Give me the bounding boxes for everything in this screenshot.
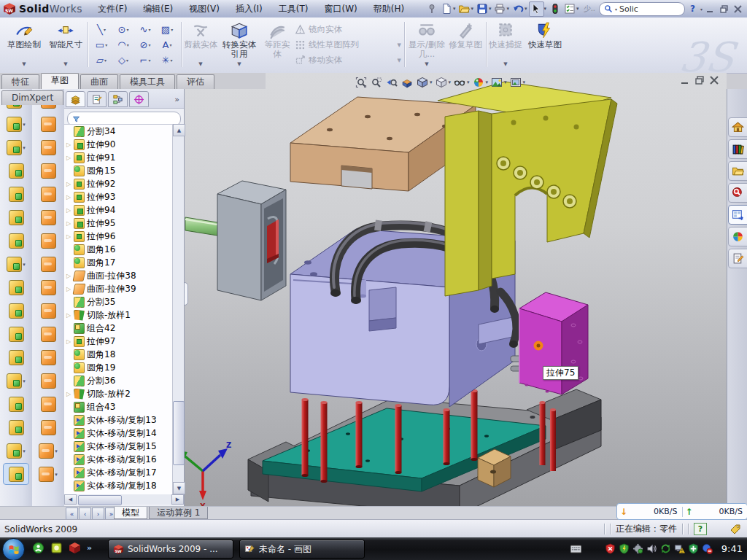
quick-launch-chevron[interactable]: » (87, 543, 92, 553)
help-button[interactable]: ? (686, 3, 699, 15)
revolved-surface-button[interactable] (34, 113, 62, 136)
knit-surface-button[interactable] (34, 253, 62, 276)
undo-dropdown[interactable]: ▾ (525, 6, 527, 12)
graphics-viewport[interactable]: X Y Z ▾▾▾▾▾▾ 拉伸75 ◂◂◂◂ (184, 73, 727, 506)
hide-show-items-icon[interactable] (453, 76, 466, 89)
dropdown-caret[interactable]: ▾ (55, 472, 58, 478)
tree-item[interactable]: 圆角16 (64, 243, 173, 256)
taskbar-clock[interactable]: 9:41 (721, 543, 743, 554)
doc-minimize-button[interactable] (680, 75, 690, 85)
dropdown-caret[interactable]: ▾ (105, 42, 107, 47)
expand-arrow[interactable]: ▷ (66, 312, 74, 319)
tree-item[interactable]: 组合42 (64, 322, 173, 335)
convert-entities-button[interactable]: 转换实体引用 ▼ (219, 20, 260, 69)
smart-dimension-button[interactable]: 智能尺寸 ▼ (47, 20, 85, 69)
planar-surface-button[interactable] (34, 230, 62, 252)
dropdown-caret[interactable]: ▾ (104, 27, 106, 32)
tree-item[interactable]: ▷曲面-拉伸38 (64, 269, 173, 282)
new-file-icon[interactable] (439, 2, 453, 16)
menu-item-5[interactable]: 窗口(W) (316, 2, 365, 15)
view-palette-tab[interactable] (728, 205, 747, 225)
rib-button[interactable] (2, 276, 30, 299)
menu-item-1[interactable]: 编辑(E) (135, 2, 181, 15)
taskbar-window-0[interactable]: SWSolidWorks 2009 - ... (108, 540, 233, 559)
doc-tab-0[interactable]: 模型 (114, 507, 147, 519)
expand-arrow[interactable]: ▷ (66, 155, 74, 161)
fillet-button[interactable]: ▾ (2, 136, 30, 159)
lofted-surface-button[interactable] (34, 160, 62, 182)
offset-surface-button[interactable] (34, 206, 62, 229)
model-canvas[interactable]: X Y Z (184, 73, 727, 506)
sync-center-tray-icon[interactable] (660, 543, 671, 554)
search-input[interactable]: ▾ Solic (599, 2, 685, 16)
dropdown-caret[interactable]: ▾ (23, 448, 26, 454)
hide-show-items-dropdown[interactable]: ▾ (467, 79, 470, 85)
doc-close-button[interactable] (709, 75, 719, 85)
ribbon-tab-0[interactable]: 特征 (1, 74, 39, 89)
tree-item[interactable]: ▷拉伸94 (64, 203, 173, 217)
tree-item[interactable]: 分割34 (64, 125, 173, 138)
dropdown-caret[interactable]: ▾ (170, 58, 172, 63)
spline-button[interactable]: ▾ (2, 440, 30, 462)
close-button[interactable] (732, 3, 744, 15)
search-scope-caret[interactable]: ▾ (615, 7, 617, 12)
first-tab-button[interactable]: « (66, 508, 78, 520)
sketch-dropdown[interactable]: ▼ (22, 60, 26, 69)
appearances-scenes-tab[interactable] (728, 227, 747, 246)
expand-arrow[interactable]: ▷ (66, 181, 74, 187)
extruded-surface-button[interactable] (34, 136, 62, 159)
tree-item[interactable]: ▷切除-放样2 (64, 387, 173, 400)
lofted-boss-button[interactable] (2, 183, 30, 206)
tree-item[interactable]: ▷拉伸97 (64, 335, 173, 348)
panel-overflow-chevron[interactable]: » (174, 95, 182, 104)
boundary-surface-button[interactable] (34, 183, 62, 206)
ribbon-tab-5[interactable]: DimXpert (1, 90, 63, 105)
spline-icon[interactable]: ∿▾ (134, 22, 156, 37)
tree-item[interactable]: 实体-移动/复制16 (64, 453, 173, 466)
restore-button[interactable] (718, 3, 730, 15)
tree-item[interactable]: 实体-移动/复制14 (64, 427, 173, 440)
previous-view-icon[interactable] (385, 76, 398, 89)
scroll-left-button[interactable]: ◀ (64, 494, 77, 505)
save-dropdown[interactable]: ▾ (489, 6, 492, 12)
expand-arrow[interactable]: ▷ (66, 391, 74, 397)
messenger-icon[interactable] (32, 542, 44, 554)
update-manager-tray-icon[interactable] (632, 543, 643, 554)
ellipse-icon[interactable]: ⊘▾ (134, 37, 156, 52)
dropdown-caret[interactable]: ▾ (127, 42, 129, 47)
tree-item[interactable]: 圆角15 (64, 164, 173, 177)
menu-item-0[interactable]: 文件(F) (90, 2, 135, 15)
doc-tab-1[interactable]: 运动算例 1 (149, 507, 208, 519)
view-orientation-icon[interactable] (416, 76, 429, 89)
sketch-fillet-icon[interactable]: ⌐▾ (134, 52, 156, 68)
expand-arrow[interactable]: ▷ (66, 220, 74, 227)
ribbon-tab-1[interactable]: 草图 (41, 73, 79, 89)
tree-item[interactable]: 实体-移动/复制17 (64, 466, 173, 479)
point-icon[interactable]: ✳▾ (156, 52, 178, 68)
replace-face-button[interactable] (34, 346, 62, 369)
volume-tray-icon[interactable] (646, 543, 657, 554)
edit-appearance-icon[interactable] (472, 76, 485, 89)
quick-tips-button[interactable]: ? (694, 523, 707, 535)
extend-surface-button[interactable] (34, 393, 62, 416)
scroll-thumb[interactable] (173, 401, 185, 465)
options-icon[interactable] (562, 2, 576, 16)
network-warning-tray-icon[interactable] (674, 543, 685, 554)
reference-plane-button[interactable] (2, 393, 30, 416)
feature-manager-tab[interactable] (66, 91, 85, 107)
dropdown-caret[interactable]: ▾ (55, 448, 58, 454)
rectangle-icon[interactable]: ▭▾ (90, 37, 112, 52)
security-center-icon[interactable] (50, 542, 63, 554)
previous-tab-button[interactable]: ‹ (79, 508, 91, 520)
untrim-surface-button[interactable] (34, 370, 62, 392)
new-file-dropdown[interactable]: ▾ (453, 6, 456, 12)
rapid-sketch-button[interactable]: 快速草图 (527, 20, 563, 69)
solidworks-launcher-icon[interactable] (69, 542, 81, 554)
expand-arrow[interactable]: ▷ (66, 207, 74, 214)
sketch-button[interactable]: 草图绘制 ▼ (4, 20, 44, 69)
expand-arrow[interactable]: ▷ (66, 194, 74, 201)
tree-item[interactable]: ▷拉伸92 (64, 177, 173, 190)
menu-item-6[interactable]: 帮助(H) (365, 2, 412, 15)
view-orientation-dropdown[interactable]: ▾ (430, 79, 433, 85)
antivirus-tray-icon[interactable] (605, 543, 616, 554)
